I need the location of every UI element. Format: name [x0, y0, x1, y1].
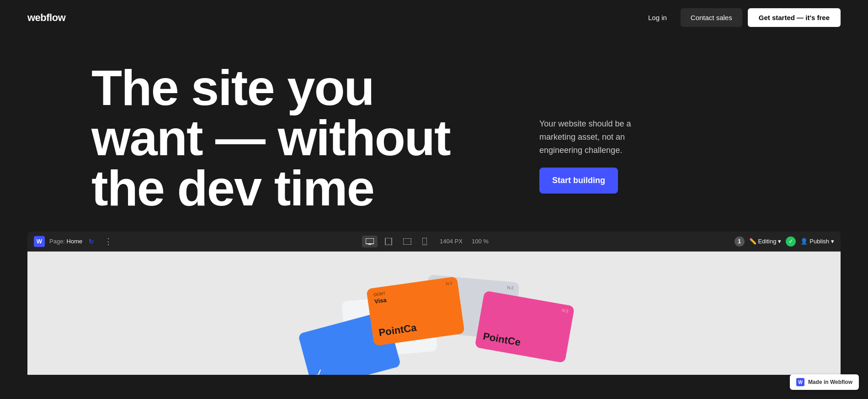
refresh-icon[interactable]: ↻ [87, 237, 96, 246]
editor-toolbar: W Page: Home ↻ ⋮ 1404 PX 100 % [27, 231, 841, 252]
cards-area: ✓ DEBIT Visa N:2 PointCa N:2 PointC N:3 … [27, 252, 841, 375]
page-name: Home [67, 238, 83, 245]
tablet-viewport-button[interactable] [381, 235, 396, 248]
card-orange: DEBIT Visa N:2 PointCa [366, 276, 465, 346]
editing-button[interactable]: ✏️ Editing ▾ [749, 238, 782, 245]
start-building-button[interactable]: Start building [539, 168, 618, 194]
page-prefix: Page: [49, 238, 67, 245]
hero-title-line2: want — without [91, 110, 450, 166]
get-started-button[interactable]: Get started — it's free [748, 8, 841, 27]
editor-preview: ✓ DEBIT Visa N:2 PointCa N:2 PointC N:3 … [27, 252, 841, 375]
logo[interactable]: webflow [27, 12, 65, 24]
publish-button[interactable]: 👤 Publish ▾ [800, 238, 834, 245]
pencil-icon: ✏️ [749, 238, 756, 245]
made-in-webflow-icon: W [796, 378, 804, 386]
viewport-size: 1404 PX [440, 238, 463, 245]
navbar: webflow Log in Contact sales Get started… [0, 0, 868, 35]
card-pink: N:3 PointCe [474, 290, 575, 363]
svg-rect-0 [366, 238, 374, 244]
made-in-webflow-label: Made in Webflow [808, 379, 852, 385]
svg-rect-1 [368, 244, 371, 245]
check-circle-icon: ✓ [786, 236, 796, 247]
webflow-w-icon: W [34, 236, 45, 247]
dots-menu-button[interactable]: ⋮ [101, 236, 116, 247]
publish-label: Publish [809, 238, 829, 245]
page-label: Page: Home [49, 238, 82, 245]
hero-right: Your website should be a marketing asset… [539, 63, 667, 194]
editor-bar-left: W Page: Home ↻ ⋮ [34, 236, 116, 247]
hero-subtitle: Your website should be a marketing asset… [539, 117, 667, 157]
svg-point-3 [388, 243, 389, 244]
editor-bar-right: 1 ✏️ Editing ▾ ✓ 👤 Publish ▾ [735, 236, 834, 247]
editing-label: Editing [758, 238, 777, 245]
svg-point-7 [424, 243, 425, 244]
contact-sales-button[interactable]: Contact sales [681, 8, 742, 27]
mobile-viewport-button[interactable] [419, 235, 431, 248]
publish-chevron-icon: ▾ [831, 238, 834, 245]
made-in-webflow-badge[interactable]: W Made in Webflow [790, 374, 859, 390]
hero-left: The site you want — without the dev time [91, 63, 503, 213]
person-icon: 👤 [800, 238, 808, 245]
svg-point-5 [410, 241, 411, 242]
hero-title-line1: The site you [91, 59, 374, 116]
tablet-landscape-viewport-button[interactable] [399, 236, 415, 247]
hero-section: The site you want — without the dev time… [0, 35, 868, 231]
nav-right: Log in Contact sales Get started — it's … [640, 8, 841, 27]
editor-container: W Page: Home ↻ ⋮ 1404 PX 100 % [27, 231, 841, 375]
notification-badge: 1 [735, 236, 745, 247]
editor-bar-center: 1404 PX 100 % [116, 235, 734, 248]
chevron-down-icon: ▾ [778, 238, 781, 245]
hero-title: The site you want — without the dev time [91, 63, 503, 213]
zoom-level: 100 % [472, 238, 489, 245]
login-button[interactable]: Log in [640, 9, 675, 26]
hero-title-line3: the dev time [91, 160, 374, 216]
desktop-viewport-button[interactable] [362, 236, 378, 247]
